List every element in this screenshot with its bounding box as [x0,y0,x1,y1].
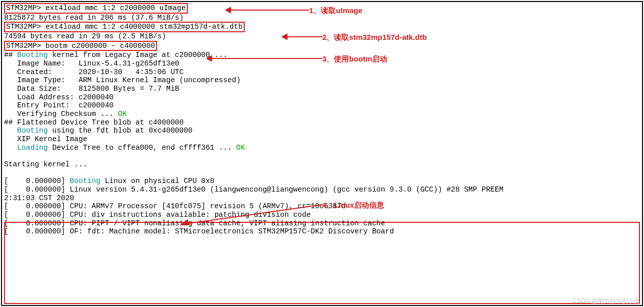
command-text: ext4load mmc 1:2 c4000000 stm32mp157d-at… [45,23,243,31]
cmd-box-1: STM32MP> ext4load mmc 1:2 c2000000 uImag… [4,3,188,14]
cmd-line-2: STM32MP> ext4load mmc 1:2 c4000000 stm32… [4,22,640,32]
blank-line [4,152,640,160]
prompt: STM32MP> [6,4,45,12]
kernel-line: [ 0.000000] OF: fdt: Machine model: STMi… [4,227,640,236]
svg-marker-3 [282,34,287,39]
output-line: Verifying Checksum ... OK [4,110,640,118]
arrow-4 [181,202,322,227]
status-ok: OK [236,144,245,152]
terminal-window: STM32MP> ext4load mmc 1:2 c2000000 uImag… [1,1,643,306]
output-line: Image Type: ARM Linux Kernel Image (unco… [4,76,640,85]
command-text: bootm c2000000 - c4000000 [45,42,155,50]
cmd-box-3: STM32MP> bootm c2000000 - c4000000 [4,41,157,51]
annotation-2: 2、读取stm32mp157d-atk.dtb [322,33,427,41]
output-line: Booting using the fdt blob at 0xc4000000 [4,127,640,135]
keyword-booting: Booting [17,51,48,59]
keyword-booting: Booting [70,177,101,185]
output-line: Data Size: 8125808 Bytes = 7.7 MiB [4,85,640,93]
svg-marker-1 [226,8,231,13]
arrow-3 [206,55,322,62]
svg-marker-7 [181,220,188,225]
output-line: Entry Point: c2000040 [4,101,640,110]
output-line: ## Flattened Device Tree blob at c400000… [4,118,640,127]
command-text: ext4load mmc 1:2 c2000000 uImage [45,4,185,12]
kernel-line: [ 0.000000] Linux version 5.4.31-g265df1… [4,186,640,194]
cmd-line-3: STM32MP> bootm c2000000 - c4000000 [4,41,640,51]
svg-marker-5 [206,56,211,61]
keyword-booting: Booting [17,127,48,135]
arrow-1 [226,7,309,13]
svg-line-6 [185,205,322,224]
prompt: STM32MP> [6,23,45,31]
blank-line [4,169,640,177]
keyword-loading: Loading [17,144,48,152]
kernel-line: [ 0.000000] Booting Linux on physical CP… [4,177,640,186]
output-line: Load Address: c2000040 [4,93,640,102]
arrow-2 [282,34,322,40]
cmd-box-2: STM32MP> ext4load mmc 1:2 c4000000 stm32… [4,22,245,32]
output-start-kernel: Starting kernel ... [4,160,640,169]
prompt: STM32MP> [6,42,45,50]
status-ok: OK [118,110,126,118]
watermark: CSDN @努力自学的小夏 [573,298,640,305]
annotation-4: 4、Linux启动信息 [322,201,384,209]
output-line: XIP Kernel Image [4,135,640,144]
annotation-3: 3、使用bootm启动 [322,54,387,63]
output-line: Created: 2020-10-30 4:35:06 UTC [4,68,640,77]
annotation-1: 1、读取uImage [309,6,363,15]
output-line: Loading Device Tree to cffea000, end cff… [4,144,640,152]
